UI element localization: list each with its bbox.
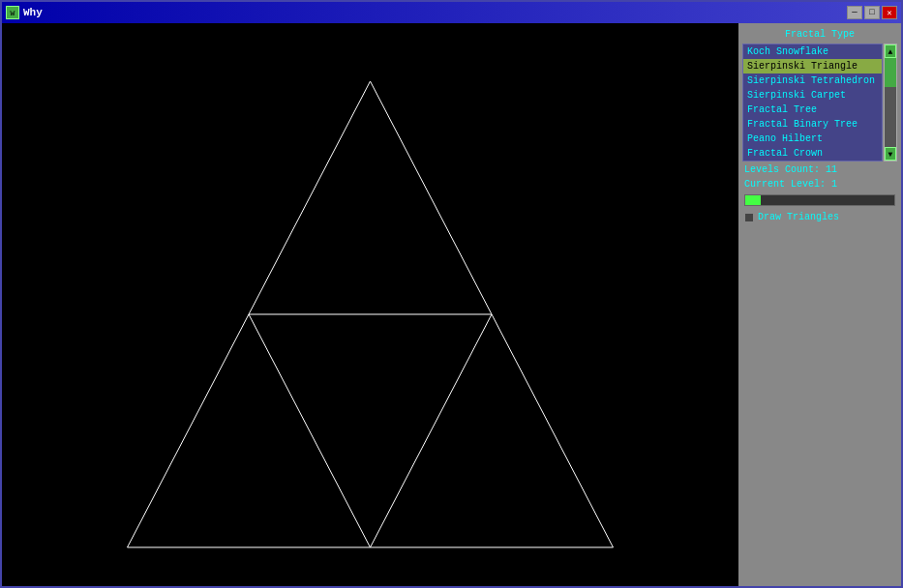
level-slider-thumb[interactable] — [745, 195, 761, 205]
scroll-thumb[interactable] — [885, 58, 896, 87]
right-panel: Fractal Type Koch SnowflakeSierpinski Tr… — [738, 23, 901, 586]
level-slider-container — [742, 192, 897, 208]
fractal-list: Koch SnowflakeSierpinski TriangleSierpin… — [742, 44, 883, 162]
fractal-list-scrollbar[interactable]: ▲ ▼ — [884, 44, 897, 162]
levels-count-label: Levels Count: 11 — [744, 164, 837, 175]
scroll-up-button[interactable]: ▲ — [885, 44, 896, 58]
canvas-area: Level: 1, Vertices count: 9 — [2, 23, 738, 586]
fractal-list-item-fractal-crown[interactable]: Fractal Crown — [743, 146, 882, 161]
close-button[interactable]: ✕ — [882, 6, 897, 19]
fractal-list-item-sierpinski-carpet[interactable]: Sierpinski Carpet — [743, 88, 882, 103]
main-window: W Why — □ ✕ Level: 1, Vertices count: 9 … — [0, 0, 903, 588]
scroll-down-button[interactable]: ▼ — [885, 147, 896, 161]
fractal-canvas[interactable] — [2, 23, 738, 586]
levels-count-row: Levels Count: 11 — [742, 163, 897, 176]
fractal-list-container: Koch SnowflakeSierpinski TriangleSierpin… — [742, 44, 897, 162]
app-icon: W — [6, 6, 19, 19]
title-bar-left: W Why — [6, 6, 43, 19]
fractal-list-item-fractal-tree[interactable]: Fractal Tree — [743, 103, 882, 117]
title-bar: W Why — □ ✕ — [2, 2, 901, 23]
window-controls: — □ ✕ — [847, 6, 897, 19]
current-level-row: Current Level: 1 — [742, 178, 897, 191]
fractal-list-item-peano-hilbert[interactable]: Peano Hilbert — [743, 132, 882, 146]
scroll-track — [885, 58, 896, 147]
draw-triangles-label: Draw Triangles — [758, 212, 839, 222]
draw-triangles-checkbox[interactable] — [744, 213, 754, 222]
fractal-list-item-sierpinski-triangle[interactable]: Sierpinski Triangle — [743, 59, 882, 74]
level-slider-track[interactable] — [744, 194, 895, 206]
draw-triangles-row: Draw Triangles — [742, 210, 897, 224]
fractal-list-item-sierpinski-tetrahedron[interactable]: Sierpinski Tetrahedron — [743, 74, 882, 88]
current-level-label: Current Level: 1 — [744, 179, 837, 190]
window-title: Why — [23, 7, 43, 18]
fractal-list-item-koch[interactable]: Koch Snowflake — [743, 44, 882, 59]
fractal-list-item-fractal-binary-tree[interactable]: Fractal Binary Tree — [743, 117, 882, 132]
fractal-type-label: Fractal Type — [742, 27, 897, 42]
content-area: Level: 1, Vertices count: 9 Fractal Type… — [2, 23, 901, 586]
minimize-button[interactable]: — — [847, 6, 862, 19]
maximize-button[interactable]: □ — [864, 6, 880, 19]
